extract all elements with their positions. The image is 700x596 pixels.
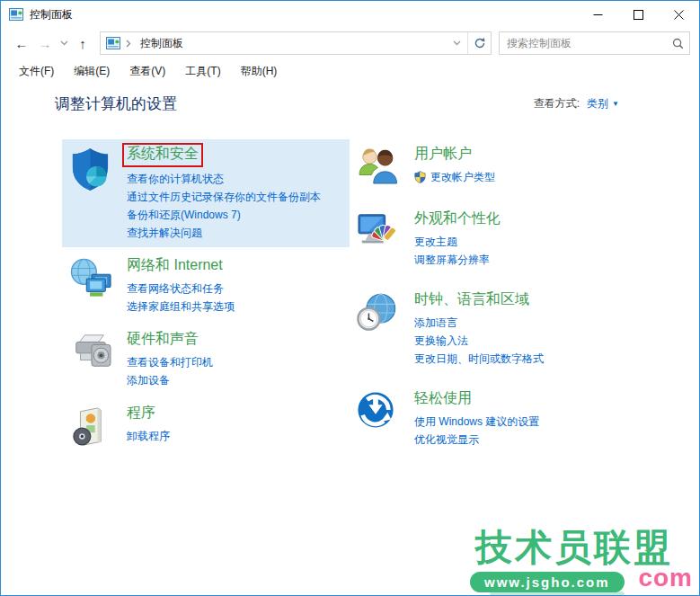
category-system-security[interactable]: 系统和安全 查看你的计算机状态 通过文件历史记录保存你的文件备份副本 备份和还原… <box>62 139 350 247</box>
refresh-button[interactable] <box>467 32 491 54</box>
watermark: com 技术员联盟 www.jsgho.com <box>470 516 695 595</box>
category-title-clock-region[interactable]: 时钟、语言和区域 <box>414 290 529 309</box>
section-body: 外观和个性化 更改主题 调整屏幕分辨率 <box>414 209 687 269</box>
section-body: 系统和安全 查看你的计算机状态 通过文件历史记录保存你的文件备份副本 备份和还原… <box>127 145 342 242</box>
task-optimize-visual-display[interactable]: 优化视觉显示 <box>414 431 687 449</box>
task-add-language[interactable]: 添加语言 <box>414 314 687 332</box>
search-box <box>499 31 690 55</box>
menu-help[interactable]: 帮助(H) <box>234 60 285 83</box>
category-clock-language-region[interactable]: 时钟、语言和区域 添加语言 更换输入法 更改日期、时间或数字格式 <box>350 285 694 373</box>
category-appearance-personalization[interactable]: 外观和个性化 更改主题 调整屏幕分辨率 <box>350 204 694 274</box>
network-icon <box>69 256 116 316</box>
menu-edit[interactable]: 编辑(E) <box>66 60 117 83</box>
page-title: 调整计算机的设置 <box>55 93 177 114</box>
category-title-programs[interactable]: 程序 <box>127 404 155 423</box>
navigation-toolbar: ← → ↑ 控制面板 <box>1 28 699 58</box>
up-button[interactable]: ↑ <box>71 31 94 55</box>
minimize-button[interactable] <box>578 1 618 28</box>
control-panel-icon <box>9 7 23 22</box>
category-programs[interactable]: 程序 卸载程序 <box>62 398 350 456</box>
back-button[interactable]: ← <box>10 31 33 55</box>
caret-down-icon[interactable]: ▼ <box>612 100 619 108</box>
section-body: 程序 卸载程序 <box>127 404 342 450</box>
section-body: 时钟、语言和区域 添加语言 更换输入法 更改日期、时间或数字格式 <box>414 290 687 368</box>
content-header: 调整计算机的设置 查看方式: 类别 ▼ <box>55 93 619 114</box>
task-find-fix-problems[interactable]: 查找并解决问题 <box>127 224 342 242</box>
chevron-down-icon <box>60 40 68 46</box>
programs-icon <box>69 404 116 450</box>
category-hardware-sound[interactable]: 硬件和声音 查看设备和打印机 添加设备 <box>62 325 350 395</box>
category-network-internet[interactable]: 网络和 Internet 查看网络状态和任务 选择家庭组和共享选项 <box>62 251 350 321</box>
category-title-hardware-sound[interactable]: 硬件和声音 <box>127 330 199 349</box>
watermark-ghost-strip <box>490 592 625 596</box>
menu-tools[interactable]: 工具(T) <box>178 60 227 83</box>
chevron-down-icon <box>453 40 461 46</box>
view-by-control: 查看方式: 类别 ▼ <box>534 96 619 111</box>
menu-bar: 文件(F) 编辑(E) 查看(V) 工具(T) 帮助(H) <box>1 58 699 85</box>
task-adjust-screen-resolution[interactable]: 调整屏幕分辨率 <box>414 251 687 269</box>
task-file-history-backup[interactable]: 通过文件历史记录保存你的文件备份副本 <box>127 188 342 206</box>
category-title-appearance[interactable]: 外观和个性化 <box>414 209 501 228</box>
task-homegroup-sharing[interactable]: 选择家庭组和共享选项 <box>127 298 342 316</box>
task-change-theme[interactable]: 更改主题 <box>414 233 687 251</box>
hardware-sound-icon <box>69 330 116 389</box>
task-change-account-type[interactable]: 更改帐户类型 <box>414 168 687 186</box>
recent-pages-dropdown[interactable] <box>57 31 71 55</box>
section-body: 网络和 Internet 查看网络状态和任务 选择家庭组和共享选项 <box>127 256 342 316</box>
control-panel-icon <box>106 36 120 50</box>
ease-of-access-icon <box>357 389 403 449</box>
search-input[interactable] <box>500 37 666 49</box>
task-uninstall-program[interactable]: 卸载程序 <box>127 427 342 445</box>
titlebar: 控制面板 <box>1 1 699 28</box>
watermark-overlay-text: com <box>638 564 693 592</box>
breadcrumb-control-panel[interactable]: 控制面板 <box>135 36 189 51</box>
view-by-value[interactable]: 类别 <box>587 96 608 111</box>
section-body: 硬件和声音 查看设备和打印机 添加设备 <box>127 330 342 389</box>
user-accounts-icon <box>357 145 403 188</box>
task-backup-restore-win7[interactable]: 备份和还原(Windows 7) <box>127 206 342 224</box>
window-title: 控制面板 <box>30 7 73 22</box>
forward-button[interactable]: → <box>33 31 57 55</box>
category-title-ease-of-access[interactable]: 轻松使用 <box>414 389 472 408</box>
right-column: 用户帐户 <box>350 139 694 465</box>
maximize-button[interactable] <box>618 1 659 28</box>
red-highlight-box: 系统和安全 <box>122 143 203 167</box>
section-body: 用户帐户 <box>414 145 687 188</box>
menu-view[interactable]: 查看(V) <box>122 60 173 83</box>
task-add-device[interactable]: 添加设备 <box>127 371 342 389</box>
address-bar[interactable]: 控制面板 <box>100 31 492 55</box>
category-title-system-security[interactable]: 系统和安全 <box>127 145 199 164</box>
close-icon <box>674 10 684 20</box>
menu-file[interactable]: 文件(F) <box>12 60 61 83</box>
clock-language-region-icon <box>357 290 403 368</box>
uac-shield-icon <box>414 171 426 183</box>
minimize-icon <box>593 10 603 20</box>
category-user-accounts[interactable]: 用户帐户 <box>350 139 694 193</box>
close-button[interactable] <box>659 1 699 28</box>
control-panel-window: 控制面板 ← → ↑ <box>0 0 700 596</box>
task-change-date-time-formats[interactable]: 更改日期、时间或数字格式 <box>414 350 687 368</box>
window-controls <box>578 1 699 28</box>
task-link-label: 更改帐户类型 <box>430 168 495 186</box>
left-column: 系统和安全 查看你的计算机状态 通过文件历史记录保存你的文件备份副本 备份和还原… <box>62 139 350 465</box>
watermark-url: www.jsgho.com <box>470 572 625 592</box>
refresh-icon <box>474 37 486 49</box>
security-shield-icon <box>69 145 116 242</box>
task-suggested-settings[interactable]: 使用 Windows 建议的设置 <box>414 413 687 431</box>
category-title-network-internet[interactable]: 网络和 Internet <box>127 256 223 275</box>
task-change-input-method[interactable]: 更换输入法 <box>414 332 687 350</box>
category-title-user-accounts[interactable]: 用户帐户 <box>414 145 472 164</box>
appearance-icon <box>357 209 403 269</box>
section-body: 轻松使用 使用 Windows 建议的设置 优化视觉显示 <box>414 389 687 449</box>
task-view-network-status[interactable]: 查看网络状态和任务 <box>127 280 342 298</box>
watermark-brand: 技术员联盟 <box>475 523 673 573</box>
task-view-devices-printers[interactable]: 查看设备和打印机 <box>127 353 342 371</box>
task-view-computer-status[interactable]: 查看你的计算机状态 <box>127 170 342 188</box>
maximize-icon <box>634 10 643 20</box>
category-ease-of-access[interactable]: 轻松使用 使用 Windows 建议的设置 优化视觉显示 <box>350 384 694 454</box>
view-by-label: 查看方式: <box>534 96 580 111</box>
chevron-right-icon <box>126 40 131 48</box>
category-grid: 系统和安全 查看你的计算机状态 通过文件历史记录保存你的文件备份副本 备份和还原… <box>62 139 694 465</box>
search-icon[interactable] <box>666 38 689 49</box>
address-dropdown-button[interactable] <box>446 32 467 54</box>
